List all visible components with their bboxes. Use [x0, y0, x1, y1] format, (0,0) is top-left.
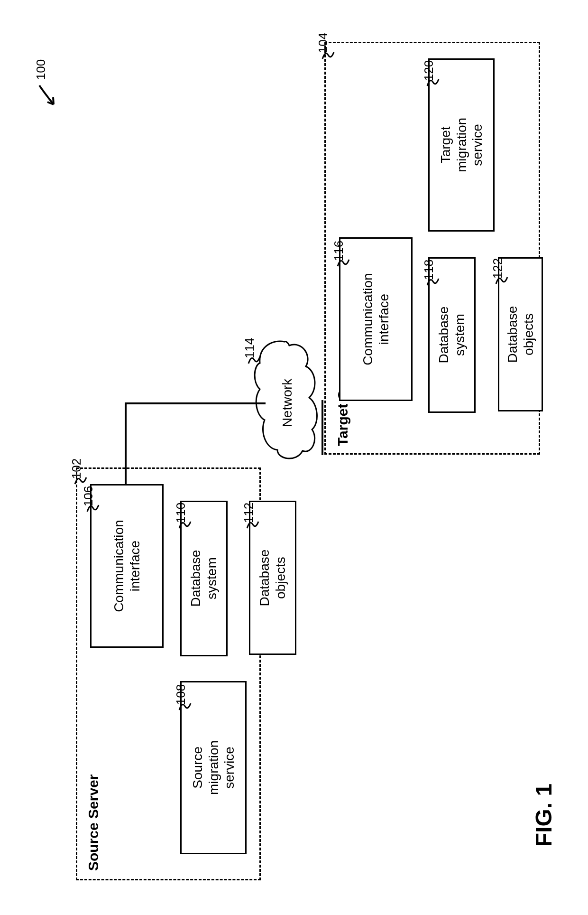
- squiggle-110: [178, 519, 192, 530]
- target-database-objects-label: Database objects: [505, 306, 536, 363]
- source-migration-service-label: Source migration service: [190, 736, 238, 800]
- squiggle-120: [426, 76, 440, 88]
- target-migration-service-label: Target migration service: [438, 113, 486, 177]
- squiggle-108: [178, 700, 192, 712]
- ref-overall: 100: [34, 59, 48, 80]
- squiggle-104: [322, 49, 335, 61]
- arrow-overall: [37, 83, 65, 121]
- source-comm-interface-label: Communication interface: [111, 520, 143, 612]
- source-comm-interface-box: Communication interface: [90, 484, 164, 648]
- source-database-objects-label: Database objects: [257, 550, 288, 607]
- squiggle-114: [248, 354, 261, 365]
- squiggle-102: [74, 475, 87, 486]
- squiggle-116: [337, 257, 350, 268]
- target-comm-interface-box: Communication interface: [339, 237, 413, 401]
- target-comm-interface-label: Communication interface: [360, 273, 392, 365]
- target-database-system-label: Database system: [436, 307, 468, 364]
- squiggle-122: [495, 274, 508, 286]
- source-server-title: Source Server: [85, 775, 101, 871]
- connector-cloud-to-target: [318, 400, 327, 457]
- figure-caption: FIG. 1: [531, 784, 557, 847]
- source-database-system-label: Database system: [188, 550, 220, 607]
- squiggle-112: [246, 519, 259, 530]
- connector-source-to-cloud: [123, 394, 294, 486]
- squiggle-106: [86, 502, 100, 514]
- diagram-canvas: FIG. 1 100 Source Server 102 Communicati…: [0, 0, 588, 915]
- squiggle-118: [426, 276, 440, 287]
